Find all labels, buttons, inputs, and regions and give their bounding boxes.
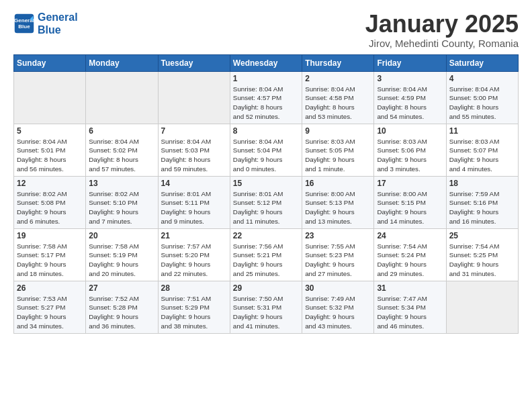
calendar-week-5: 26Sunrise: 7:53 AM Sunset: 5:27 PM Dayli… (14, 281, 519, 333)
day-number: 6 (89, 126, 154, 136)
page-container: General Blue General Blue January 2025 J… (0, 0, 532, 340)
day-info: Sunrise: 7:50 AM Sunset: 5:31 PM Dayligh… (233, 294, 299, 331)
day-info: Sunrise: 7:47 AM Sunset: 5:34 PM Dayligh… (377, 294, 443, 331)
day-info: Sunrise: 8:04 AM Sunset: 5:01 PM Dayligh… (17, 137, 83, 174)
col-saturday: Saturday (446, 54, 518, 71)
calendar-week-1: 1Sunrise: 8:04 AM Sunset: 4:57 PM Daylig… (14, 71, 519, 124)
day-info: Sunrise: 7:55 AM Sunset: 5:23 PM Dayligh… (305, 242, 371, 279)
day-info: Sunrise: 7:49 AM Sunset: 5:32 PM Dayligh… (305, 294, 371, 331)
col-monday: Monday (86, 54, 158, 71)
calendar-cell: 25Sunrise: 7:54 AM Sunset: 5:25 PM Dayli… (446, 228, 518, 281)
header: General Blue General Blue January 2025 J… (13, 11, 519, 49)
day-number: 3 (377, 74, 443, 83)
day-number: 22 (233, 231, 299, 240)
day-number: 10 (377, 126, 443, 136)
day-info: Sunrise: 8:04 AM Sunset: 4:58 PM Dayligh… (305, 85, 371, 122)
day-number: 27 (89, 283, 154, 293)
day-info: Sunrise: 8:01 AM Sunset: 5:11 PM Dayligh… (161, 189, 227, 226)
calendar-cell: 31Sunrise: 7:47 AM Sunset: 5:34 PM Dayli… (374, 281, 446, 333)
calendar-cell: 22Sunrise: 7:56 AM Sunset: 5:21 PM Dayli… (230, 228, 302, 281)
calendar-cell: 6Sunrise: 8:04 AM Sunset: 5:02 PM Daylig… (86, 124, 158, 176)
day-info: Sunrise: 7:54 AM Sunset: 5:24 PM Dayligh… (377, 242, 443, 279)
calendar-cell (14, 71, 86, 124)
calendar-week-3: 12Sunrise: 8:02 AM Sunset: 5:08 PM Dayli… (14, 176, 519, 228)
calendar-cell: 14Sunrise: 8:01 AM Sunset: 5:11 PM Dayli… (158, 176, 230, 228)
svg-text:Blue: Blue (18, 24, 30, 30)
day-number: 2 (305, 74, 371, 83)
calendar-cell: 15Sunrise: 8:01 AM Sunset: 5:12 PM Dayli… (230, 176, 302, 228)
day-info: Sunrise: 8:02 AM Sunset: 5:10 PM Dayligh… (89, 189, 154, 226)
day-info: Sunrise: 7:52 AM Sunset: 5:28 PM Dayligh… (89, 294, 154, 331)
day-number: 25 (449, 231, 515, 240)
calendar-cell: 3Sunrise: 8:04 AM Sunset: 4:59 PM Daylig… (374, 71, 446, 124)
day-info: Sunrise: 7:56 AM Sunset: 5:21 PM Dayligh… (233, 242, 299, 279)
calendar-cell: 21Sunrise: 7:57 AM Sunset: 5:20 PM Dayli… (158, 228, 230, 281)
calendar-cell: 28Sunrise: 7:51 AM Sunset: 5:29 PM Dayli… (158, 281, 230, 333)
col-sunday: Sunday (14, 54, 86, 71)
day-number: 13 (89, 179, 154, 188)
day-info: Sunrise: 7:57 AM Sunset: 5:20 PM Dayligh… (161, 242, 227, 279)
logo: General Blue General Blue (13, 11, 78, 36)
day-number: 28 (161, 283, 227, 293)
day-number: 29 (233, 283, 299, 293)
day-number: 31 (377, 283, 443, 293)
day-number: 20 (89, 231, 154, 240)
col-tuesday: Tuesday (158, 54, 230, 71)
calendar-cell: 17Sunrise: 8:00 AM Sunset: 5:15 PM Dayli… (374, 176, 446, 228)
calendar-cell: 24Sunrise: 7:54 AM Sunset: 5:24 PM Dayli… (374, 228, 446, 281)
day-info: Sunrise: 7:53 AM Sunset: 5:27 PM Dayligh… (17, 294, 83, 331)
calendar-cell: 12Sunrise: 8:02 AM Sunset: 5:08 PM Dayli… (14, 176, 86, 228)
day-info: Sunrise: 8:04 AM Sunset: 4:57 PM Dayligh… (233, 85, 299, 122)
day-number: 26 (17, 283, 83, 293)
calendar-cell: 29Sunrise: 7:50 AM Sunset: 5:31 PM Dayli… (230, 281, 302, 333)
calendar-header: Sunday Monday Tuesday Wednesday Thursday… (14, 54, 519, 71)
day-number: 5 (17, 126, 83, 136)
calendar-cell: 16Sunrise: 8:00 AM Sunset: 5:13 PM Dayli… (302, 176, 374, 228)
day-info: Sunrise: 7:59 AM Sunset: 5:16 PM Dayligh… (449, 189, 515, 226)
day-info: Sunrise: 8:00 AM Sunset: 5:13 PM Dayligh… (305, 189, 371, 226)
title-block: January 2025 Jirov, Mehedinti County, Ro… (365, 11, 519, 49)
day-number: 16 (305, 179, 371, 188)
col-wednesday: Wednesday (230, 54, 302, 71)
day-info: Sunrise: 8:01 AM Sunset: 5:12 PM Dayligh… (233, 189, 299, 226)
calendar-cell: 18Sunrise: 7:59 AM Sunset: 5:16 PM Dayli… (446, 176, 518, 228)
day-number: 18 (449, 179, 515, 188)
day-info: Sunrise: 8:03 AM Sunset: 5:07 PM Dayligh… (449, 137, 515, 174)
day-number: 4 (449, 74, 515, 83)
day-number: 7 (161, 126, 227, 136)
day-number: 15 (233, 179, 299, 188)
calendar-cell: 13Sunrise: 8:02 AM Sunset: 5:10 PM Dayli… (86, 176, 158, 228)
day-number: 19 (17, 231, 83, 240)
day-number: 9 (305, 126, 371, 136)
calendar-cell: 11Sunrise: 8:03 AM Sunset: 5:07 PM Dayli… (446, 124, 518, 176)
day-number: 17 (377, 179, 443, 188)
day-number: 23 (305, 231, 371, 240)
day-info: Sunrise: 8:04 AM Sunset: 5:04 PM Dayligh… (233, 137, 299, 174)
day-number: 8 (233, 126, 299, 136)
calendar-title: January 2025 (365, 11, 519, 38)
calendar-week-4: 19Sunrise: 7:58 AM Sunset: 5:17 PM Dayli… (14, 228, 519, 281)
calendar-cell: 10Sunrise: 8:03 AM Sunset: 5:06 PM Dayli… (374, 124, 446, 176)
calendar-cell: 5Sunrise: 8:04 AM Sunset: 5:01 PM Daylig… (14, 124, 86, 176)
calendar-cell: 20Sunrise: 7:58 AM Sunset: 5:19 PM Dayli… (86, 228, 158, 281)
calendar-cell: 30Sunrise: 7:49 AM Sunset: 5:32 PM Dayli… (302, 281, 374, 333)
day-number: 14 (161, 179, 227, 188)
calendar-week-2: 5Sunrise: 8:04 AM Sunset: 5:01 PM Daylig… (14, 124, 519, 176)
day-info: Sunrise: 8:02 AM Sunset: 5:08 PM Dayligh… (17, 189, 83, 226)
day-info: Sunrise: 7:58 AM Sunset: 5:17 PM Dayligh… (17, 242, 83, 279)
calendar-cell: 27Sunrise: 7:52 AM Sunset: 5:28 PM Dayli… (86, 281, 158, 333)
calendar-cell (446, 281, 518, 333)
calendar-table: Sunday Monday Tuesday Wednesday Thursday… (13, 54, 519, 334)
calendar-cell: 9Sunrise: 8:03 AM Sunset: 5:05 PM Daylig… (302, 124, 374, 176)
calendar-body: 1Sunrise: 8:04 AM Sunset: 4:57 PM Daylig… (14, 71, 519, 333)
day-number: 21 (161, 231, 227, 240)
calendar-cell: 26Sunrise: 7:53 AM Sunset: 5:27 PM Dayli… (14, 281, 86, 333)
day-info: Sunrise: 7:58 AM Sunset: 5:19 PM Dayligh… (89, 242, 154, 279)
calendar-cell: 23Sunrise: 7:55 AM Sunset: 5:23 PM Dayli… (302, 228, 374, 281)
day-number: 24 (377, 231, 443, 240)
day-number: 30 (305, 283, 371, 293)
calendar-cell (158, 71, 230, 124)
day-info: Sunrise: 8:03 AM Sunset: 5:05 PM Dayligh… (305, 137, 371, 174)
header-row: Sunday Monday Tuesday Wednesday Thursday… (14, 54, 519, 71)
calendar-cell: 8Sunrise: 8:04 AM Sunset: 5:04 PM Daylig… (230, 124, 302, 176)
